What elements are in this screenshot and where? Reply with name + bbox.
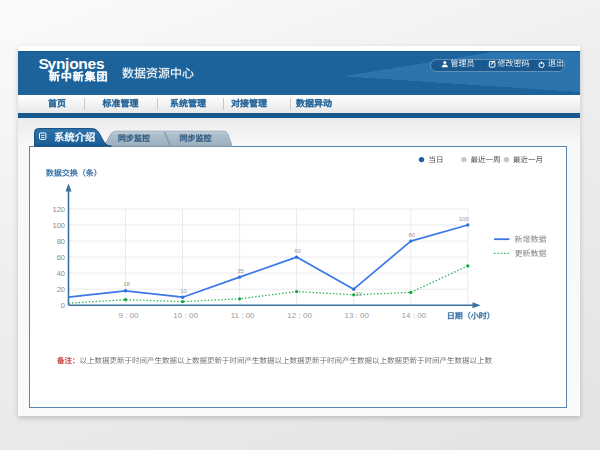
svg-text:100: 100 bbox=[459, 216, 470, 222]
svg-text:35: 35 bbox=[237, 268, 244, 274]
svg-text:Synjones: Synjones bbox=[39, 55, 105, 72]
svg-text:10 : 00: 10 : 00 bbox=[173, 311, 198, 320]
svg-text:80: 80 bbox=[408, 232, 415, 238]
svg-text:80: 80 bbox=[57, 237, 65, 246]
svg-text:10: 10 bbox=[180, 288, 187, 294]
svg-text:60: 60 bbox=[57, 253, 65, 262]
svg-text:18: 18 bbox=[123, 281, 130, 287]
svg-text:13 : 00: 13 : 00 bbox=[344, 311, 369, 320]
svg-text:0: 0 bbox=[61, 301, 65, 310]
svg-text:14 : 00: 14 : 00 bbox=[402, 311, 427, 320]
svg-text:12 : 00: 12 : 00 bbox=[287, 311, 312, 320]
svg-text:9 : 00: 9 : 00 bbox=[118, 311, 139, 320]
svg-text:120: 120 bbox=[52, 205, 65, 214]
svg-text:20: 20 bbox=[355, 291, 362, 297]
svg-text:40: 40 bbox=[57, 269, 65, 278]
svg-text:60: 60 bbox=[294, 248, 301, 254]
svg-text:100: 100 bbox=[52, 221, 65, 230]
svg-text:20: 20 bbox=[57, 285, 65, 294]
svg-text:11 : 00: 11 : 00 bbox=[231, 311, 255, 320]
